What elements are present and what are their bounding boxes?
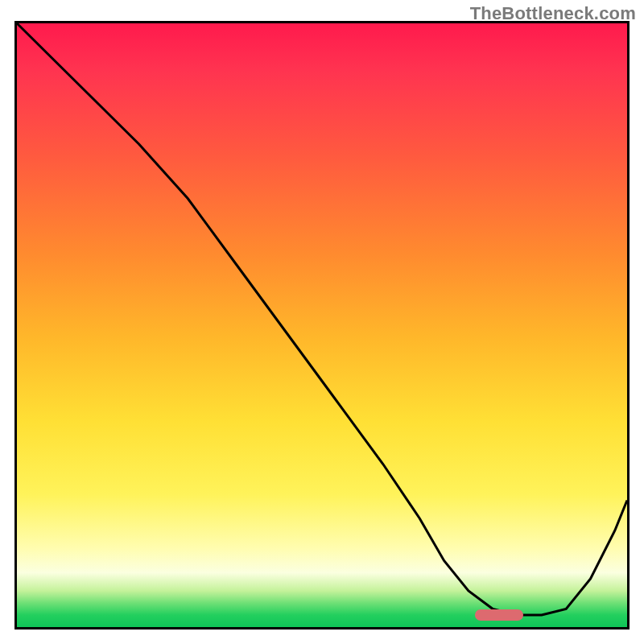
bottleneck-curve — [17, 23, 627, 627]
chart-container: TheBottleneck.com — [0, 0, 644, 644]
plot-area — [14, 21, 630, 630]
optimal-range-marker — [475, 609, 524, 621]
